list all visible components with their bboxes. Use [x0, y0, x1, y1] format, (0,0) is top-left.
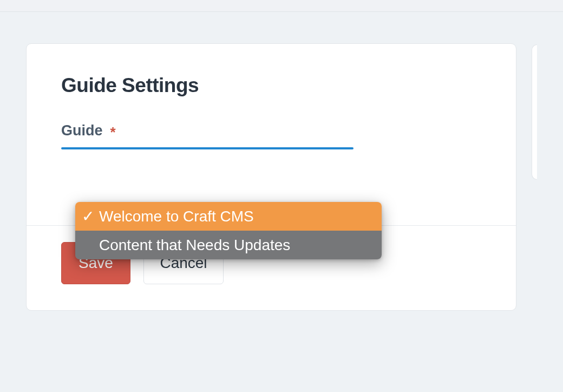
field-label: Guide	[61, 122, 103, 139]
adjacent-card-edge	[532, 44, 537, 180]
settings-card: Guide Settings Guide * ✓ Welcome to Craf…	[26, 43, 516, 311]
dropdown-option-label: Content that Needs Updates	[99, 237, 373, 254]
field-label-row: Guide *	[61, 122, 481, 139]
page-body: Guide Settings Guide * ✓ Welcome to Craf…	[0, 12, 563, 311]
guide-dropdown-menu[interactable]: ✓ Welcome to Craft CMS Content that Need…	[75, 202, 382, 259]
dropdown-option-content-updates[interactable]: Content that Needs Updates	[75, 231, 382, 259]
guide-select[interactable]	[61, 147, 353, 149]
top-toolbar-strip	[0, 0, 563, 12]
checkmark-icon: ✓	[81, 207, 95, 225]
required-indicator: *	[110, 125, 116, 139]
dropdown-option-welcome[interactable]: ✓ Welcome to Craft CMS	[75, 202, 382, 231]
card-main: Guide Settings Guide *	[27, 44, 516, 226]
guide-field: Guide *	[61, 122, 481, 149]
page-title: Guide Settings	[61, 74, 481, 97]
dropdown-option-label: Welcome to Craft CMS	[99, 208, 373, 225]
